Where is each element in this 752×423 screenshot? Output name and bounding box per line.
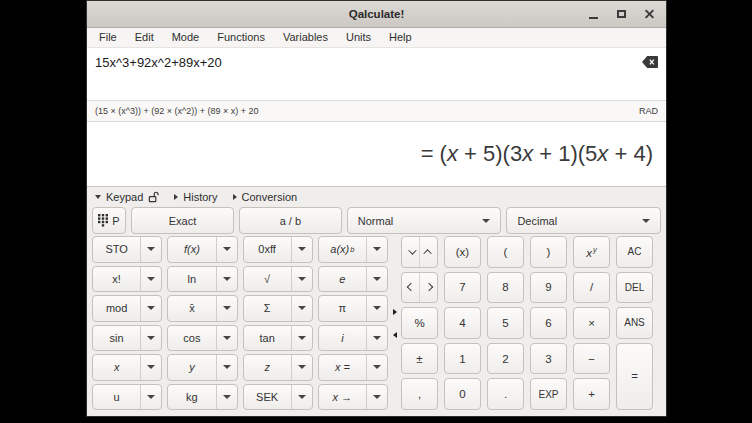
conversion-toggle[interactable]: Conversion	[233, 191, 298, 203]
key-multiply[interactable]: ×	[573, 307, 610, 339]
key-power-function[interactable]: a(x)b	[318, 236, 388, 263]
nav-scroll[interactable]	[401, 236, 438, 268]
key-digit-0[interactable]: 0	[444, 378, 481, 410]
key-fx[interactable]: f(x)	[167, 236, 237, 263]
key-tan[interactable]: tan	[243, 325, 313, 352]
nav-right-button[interactable]	[419, 273, 437, 303]
key-imaginary[interactable]: i	[318, 325, 388, 352]
key-divide[interactable]: /	[573, 272, 610, 304]
key-var-x[interactable]: x	[92, 354, 162, 381]
key-sum-menu[interactable]	[291, 296, 312, 321]
key-clear-all[interactable]: AC	[616, 236, 653, 268]
key-exp[interactable]: EXP	[530, 378, 567, 410]
menu-file[interactable]: File	[90, 28, 126, 47]
key-e-constant[interactable]: e	[318, 266, 388, 293]
key-assign-menu[interactable]	[366, 355, 387, 380]
key-factorial-menu[interactable]	[140, 267, 161, 292]
expression-input[interactable]: 15x^3+92x^2+89x+20	[87, 48, 666, 100]
menu-units[interactable]: Units	[337, 28, 380, 47]
minimize-button[interactable]	[584, 5, 602, 23]
menu-edit[interactable]: Edit	[126, 28, 163, 47]
menu-mode[interactable]: Mode	[163, 28, 209, 47]
key-unit-u[interactable]: u	[92, 384, 162, 411]
key-digit-4[interactable]: 4	[444, 307, 481, 339]
key-ln-menu[interactable]	[216, 267, 237, 292]
key-convert-menu[interactable]	[366, 385, 387, 410]
key-unit-kg[interactable]: kg	[167, 384, 237, 411]
key-cos-menu[interactable]	[216, 326, 237, 351]
key-cos[interactable]: cos	[167, 325, 237, 352]
fraction-mode-button[interactable]: a / b	[239, 207, 342, 234]
key-sum[interactable]: Σ	[243, 295, 313, 322]
key-pi-menu[interactable]	[366, 296, 387, 321]
close-button[interactable]	[640, 5, 658, 23]
key-comma[interactable]: ,	[401, 378, 438, 410]
key-mean-menu[interactable]	[216, 296, 237, 321]
key-var-y[interactable]: y	[167, 354, 237, 381]
history-toggle[interactable]: History	[174, 191, 217, 203]
key-sin[interactable]: sin	[92, 325, 162, 352]
key-sqrt-menu[interactable]	[291, 267, 312, 292]
key-smart-parens[interactable]: (x)	[444, 236, 481, 268]
key-digit-9[interactable]: 9	[530, 272, 567, 304]
exact-mode-button[interactable]: Exact	[131, 207, 234, 234]
key-digit-6[interactable]: 6	[530, 307, 567, 339]
key-factorial[interactable]: x!	[92, 266, 162, 293]
key-unit-u-menu[interactable]	[140, 385, 161, 410]
key-mod[interactable]: mod	[92, 295, 162, 322]
programming-keypad-button[interactable]: P	[92, 207, 126, 234]
key-hex[interactable]: 0xff	[243, 236, 313, 263]
key-sqrt[interactable]: √	[243, 266, 313, 293]
menu-variables[interactable]: Variables	[274, 28, 337, 47]
key-equals[interactable]: =	[616, 343, 653, 410]
key-percent[interactable]: %	[401, 307, 438, 339]
key-mean[interactable]: x̄	[167, 295, 237, 322]
key-var-y-menu[interactable]	[216, 355, 237, 380]
menu-functions[interactable]: Functions	[208, 28, 274, 47]
key-plus-minus[interactable]: ±	[401, 343, 438, 375]
key-fx-menu[interactable]	[216, 237, 237, 262]
key-digit-1[interactable]: 1	[444, 343, 481, 375]
key-e-constant-menu[interactable]	[366, 267, 387, 292]
key-answer[interactable]: ANS	[616, 307, 653, 339]
menu-help[interactable]: Help	[380, 28, 421, 47]
key-currency-sek[interactable]: SEK	[243, 384, 313, 411]
key-digit-8[interactable]: 8	[487, 272, 524, 304]
number-base-select[interactable]: Decimal	[506, 207, 661, 234]
key-ln[interactable]: ln	[167, 266, 237, 293]
key-plus[interactable]: +	[573, 378, 610, 410]
key-power-function-menu[interactable]	[366, 237, 387, 262]
key-digit-7[interactable]: 7	[444, 272, 481, 304]
key-sto[interactable]: STO	[92, 236, 162, 263]
nav-left-button[interactable]	[402, 273, 419, 303]
display-mode-select[interactable]: Normal	[347, 207, 502, 234]
key-hex-menu[interactable]	[291, 237, 312, 262]
key-sin-menu[interactable]	[140, 326, 161, 351]
key-digit-5[interactable]: 5	[487, 307, 524, 339]
key-delete[interactable]: DEL	[616, 272, 653, 304]
key-pi[interactable]: π	[318, 295, 388, 322]
titlebar[interactable]: Qalculate!	[87, 1, 666, 28]
nav-down-button[interactable]	[402, 237, 419, 267]
key-paren-open[interactable]: (	[487, 236, 524, 268]
key-digit-3[interactable]: 3	[530, 343, 567, 375]
key-mod-menu[interactable]	[140, 296, 161, 321]
key-assign[interactable]: x =	[318, 354, 388, 381]
key-power[interactable]: xy	[573, 236, 610, 268]
backspace-icon[interactable]	[642, 56, 658, 68]
key-var-x-menu[interactable]	[140, 355, 161, 380]
expand-left-handle[interactable]	[393, 332, 397, 338]
key-var-z-menu[interactable]	[291, 355, 312, 380]
key-unit-kg-menu[interactable]	[216, 385, 237, 410]
key-digit-2[interactable]: 2	[487, 343, 524, 375]
key-var-z[interactable]: z	[243, 354, 313, 381]
nav-cursor[interactable]	[401, 272, 438, 304]
unlock-icon[interactable]	[148, 191, 159, 203]
keypad-toggle[interactable]: Keypad	[95, 191, 159, 203]
key-decimal-point[interactable]: .	[487, 378, 524, 410]
expand-right-handle[interactable]	[393, 309, 397, 315]
key-paren-close[interactable]: )	[530, 236, 567, 268]
nav-up-button[interactable]	[419, 237, 437, 267]
maximize-button[interactable]	[612, 5, 630, 23]
key-minus[interactable]: −	[573, 343, 610, 375]
